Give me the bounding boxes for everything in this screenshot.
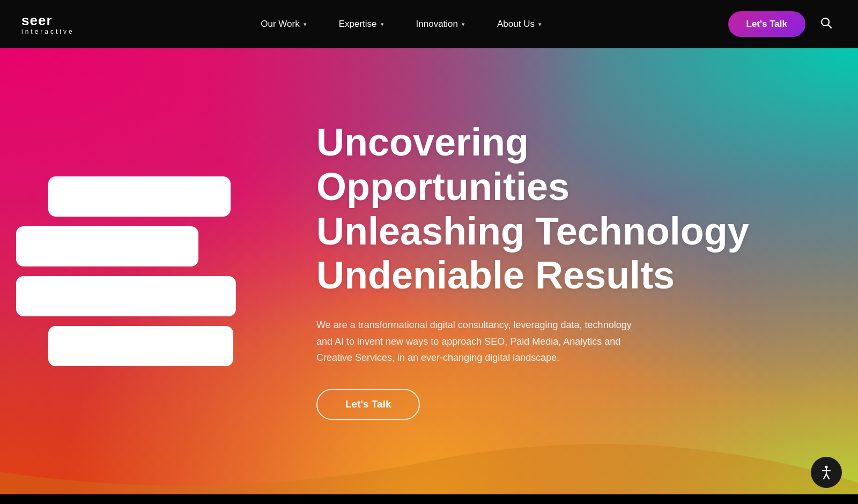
search-icon[interactable] — [815, 12, 837, 36]
nav-item-about-us-label: About Us — [497, 19, 535, 29]
svg-line-1 — [829, 25, 832, 28]
hero-content: Uncovering Opportunities Unleashing Tech… — [284, 120, 858, 420]
nav-right: Let's Talk — [728, 11, 837, 37]
bar-4 — [48, 326, 233, 366]
nav-item-innovation[interactable]: Innovation ▾ — [401, 13, 480, 35]
logo-seer: seer — [21, 13, 75, 28]
nav-item-expertise-label: Expertise — [339, 19, 377, 29]
chevron-down-icon-4: ▾ — [538, 21, 542, 28]
hero-heading-line4: Undeniable Results — [316, 254, 675, 297]
hero-heading-line2: Opportunities — [316, 165, 569, 208]
hero-logo-bars — [0, 142, 284, 410]
logo[interactable]: seer interactive — [21, 13, 75, 36]
nav-item-our-work-label: Our Work — [261, 19, 299, 29]
nav-item-expertise[interactable]: Expertise ▾ — [324, 13, 399, 35]
nav-item-innovation-label: Innovation — [416, 19, 458, 29]
hero-heading-line3: Unleashing Technology — [316, 210, 749, 253]
lets-talk-nav-button[interactable]: Let's Talk — [728, 11, 805, 37]
hero-section: Uncovering Opportunities Unleashing Tech… — [0, 48, 858, 504]
bar-container — [16, 176, 279, 376]
svg-line-5 — [824, 474, 826, 479]
hero-subtext: We are a transformational digital consul… — [316, 317, 649, 367]
nav-item-our-work[interactable]: Our Work ▾ — [246, 13, 321, 35]
chevron-down-icon: ▾ — [304, 21, 307, 28]
svg-point-2 — [825, 466, 828, 469]
hero-heading: Uncovering Opportunities Unleashing Tech… — [316, 120, 794, 298]
accessibility-button[interactable] — [811, 457, 842, 488]
nav-links: Our Work ▾ Expertise ▾ Innovation ▾ Abou… — [246, 13, 557, 35]
bar-1 — [48, 176, 231, 217]
chevron-down-icon-3: ▾ — [462, 21, 465, 28]
hero-heading-line1: Uncovering — [316, 121, 529, 164]
chevron-down-icon-2: ▾ — [381, 21, 384, 28]
svg-line-6 — [826, 474, 829, 479]
hero-cta-button[interactable]: Let's Talk — [316, 389, 420, 420]
bar-3 — [16, 276, 236, 316]
nav-item-about-us[interactable]: About Us ▾ — [482, 13, 557, 35]
bar-2 — [16, 226, 198, 266]
navbar: seer interactive Our Work ▾ Expertise ▾ … — [0, 0, 858, 48]
bottom-bar — [0, 494, 858, 504]
logo-interactive: interactive — [21, 28, 75, 35]
